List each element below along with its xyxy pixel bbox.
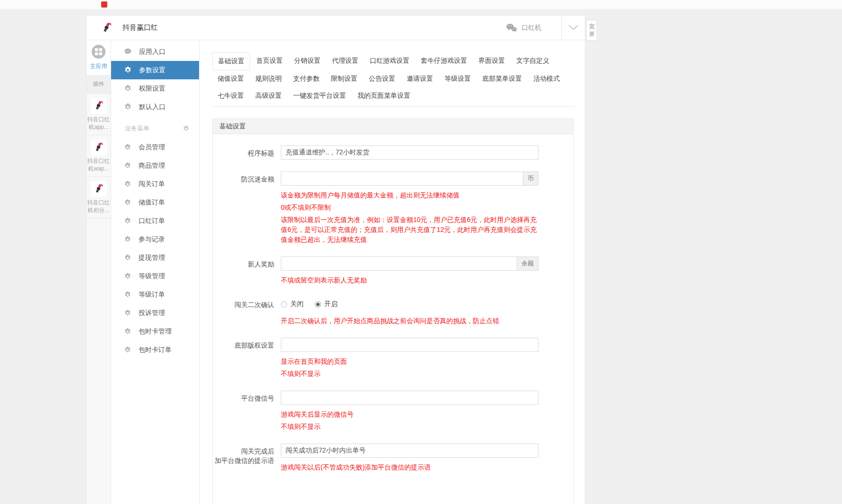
radio-circle-checked-icon[interactable] [315, 301, 321, 308]
footer-copyright-input[interactable] [281, 338, 538, 352]
tab-agent-settings[interactable]: 代理设置 [327, 52, 364, 70]
sidebar-item-product-management[interactable]: 商品管理 [111, 156, 199, 175]
help-text: 开启二次确认后，用户开始点商品挑战之前会询问是否真的挑战，防止点错 [281, 316, 538, 326]
rail-item-plugin-points[interactable]: 抖音口红机积分... [87, 177, 111, 218]
sidebar: 应用入口 参数设置 权限设置 默认入口 业务菜单 会员管理 [111, 40, 200, 504]
radio-off[interactable]: 关闭 [281, 300, 304, 308]
tab-activity-mode[interactable]: 活动模式 [528, 70, 565, 87]
section-settings-gear-icon[interactable] [182, 125, 190, 132]
main-content: 基础设置 首页设置 分销设置 代理设置 口红游戏设置 套牛仔游戏设置 界面设置 … [200, 40, 585, 504]
help-text: 不填则不显示 [281, 369, 538, 379]
lipstick-app-icon [92, 182, 105, 196]
gear-icon [124, 85, 132, 93]
tab-payment-parameters[interactable]: 支付参数 [288, 70, 325, 87]
radio-on[interactable]: 开启 [315, 300, 338, 308]
account-menu[interactable]: 口红机 [506, 16, 561, 40]
tab-announcement-settings[interactable]: 公告设置 [364, 70, 400, 87]
newcomer-reward-input[interactable] [281, 256, 517, 271]
platform-wechat-id-input[interactable] [281, 391, 538, 405]
panel-title: 基础设置 [213, 119, 573, 134]
site-favicon [101, 1, 107, 8]
sidebar-item-timecard-orders[interactable]: 包时卡订单 [111, 341, 199, 359]
sidebar-item-label: 投诉管理 [139, 309, 165, 317]
tab-advanced-settings[interactable]: 高级设置 [250, 87, 287, 104]
sidebar-item-level-orders[interactable]: 等级订单 [111, 285, 199, 304]
rail-item-plugin-app[interactable]: 抖音口红机app... [87, 94, 111, 135]
app-title: 抖音赢口红 [122, 23, 158, 32]
gear-icon [124, 346, 131, 354]
rail-main-app-label: 主应用 [87, 62, 111, 70]
sidebar-item-label: 权限设置 [139, 85, 165, 93]
field-label: 新人奖励 [213, 256, 274, 285]
tab-restriction-settings[interactable]: 限制设置 [326, 70, 363, 87]
widescreen-toggle[interactable]: 宽屏 [586, 20, 597, 41]
sidebar-item-timecard-management[interactable]: 包时卡管理 [111, 322, 199, 341]
field-label: 闯关完成后 加平台微信的提示语 [213, 444, 274, 472]
tab-bottom-menu-settings[interactable]: 底部菜单设置 [477, 70, 527, 87]
sidebar-item-lipstick-orders[interactable]: 口红订单 [111, 212, 199, 230]
balance-addon: 余额 [517, 256, 538, 271]
rail-plugin-section-label: 插件 [87, 76, 111, 94]
account-label: 口红机 [521, 24, 541, 32]
gear-icon [124, 66, 132, 74]
gear-icon [124, 217, 131, 225]
tab-my-page-menu-settings[interactable]: 我的页面菜单设置 [352, 87, 416, 104]
collapse-header-button[interactable] [561, 16, 585, 40]
tab-basic-settings[interactable]: 基础设置 [212, 52, 250, 70]
sidebar-item-permission-settings[interactable]: 权限设置 [111, 79, 199, 98]
sidebar-item-label: 闯关订单 [139, 180, 165, 188]
help-text: 显示在首页和我的页面 [281, 357, 538, 367]
gear-icon [124, 103, 132, 111]
sidebar-item-level-management[interactable]: 等级管理 [111, 267, 199, 285]
field-label-line2: 加平台微信的提示语 [213, 456, 274, 465]
lipstick-app-icon [92, 99, 105, 112]
tab-lipstick-game-settings[interactable]: 口红游戏设置 [365, 52, 415, 70]
sidebar-item-complaint-management[interactable]: 投诉管理 [111, 304, 199, 322]
basic-settings-panel: 基础设置 程序标题 防沉迷金额 [212, 119, 574, 504]
field-label-line1: 闯关完成后 [213, 446, 274, 456]
tab-text-customization[interactable]: 文字自定义 [511, 52, 555, 70]
help-text: 不填则不显示 [281, 422, 538, 432]
sidebar-item-challenge-orders[interactable]: 闯关订单 [111, 175, 199, 193]
sidebar-item-participation-records[interactable]: 参与记录 [111, 230, 199, 248]
tab-cowboy-game-settings[interactable]: 套牛仔游戏设置 [416, 52, 472, 70]
sidebar-item-withdrawal-management[interactable]: 提现管理 [111, 248, 199, 267]
gear-icon [124, 291, 131, 299]
sidebar-item-app-entry[interactable]: 应用入口 [111, 43, 199, 61]
sidebar-item-member-management[interactable]: 会员管理 [111, 138, 199, 156]
gear-icon [124, 254, 131, 262]
tab-stored-value-settings[interactable]: 储值设置 [212, 70, 249, 87]
sidebar-item-recharge-orders[interactable]: 储值订单 [111, 193, 199, 212]
gear-icon [124, 273, 131, 280]
app-logo-lipstick-icon [100, 21, 114, 35]
rail-item-main-app[interactable]: 主应用 [87, 40, 111, 76]
field-after-challenge-wechat-prompt: 闯关完成后 加平台微信的提示语 游戏闯关以后(不管成功失败)添加平台微信的提示语 [213, 444, 573, 472]
plugin-label: 抖音口红机积分... [87, 199, 110, 214]
tab-interface-settings[interactable]: 界面设置 [473, 52, 510, 70]
sidebar-item-parameter-settings[interactable]: 参数设置 [111, 61, 199, 79]
program-title-input[interactable] [281, 145, 538, 160]
field-label: 防沉迷金额 [213, 171, 274, 245]
settings-tabs: 基础设置 首页设置 分销设置 代理设置 口红游戏设置 套牛仔游戏设置 界面设置 … [212, 52, 574, 107]
help-text: 该金额为限制用户每月储值的最大金额，超出则无法继续储值 [281, 190, 538, 200]
tab-rules-description[interactable]: 规则说明 [250, 70, 287, 87]
sidebar-item-default-entry[interactable]: 默认入口 [111, 98, 199, 116]
radio-circle-icon[interactable] [281, 301, 287, 308]
sidebar-item-label: 等级管理 [139, 272, 165, 281]
grid-apps-icon [91, 44, 106, 60]
tab-invitation-settings[interactable]: 邀请设置 [401, 70, 438, 87]
sidebar-item-label: 会员管理 [139, 143, 165, 152]
tab-home-settings[interactable]: 首页设置 [251, 52, 288, 70]
tab-distribution-settings[interactable]: 分销设置 [289, 52, 326, 70]
rail-item-plugin-wap[interactable]: 抖音口红机wap... [87, 135, 111, 177]
gear-icon [124, 236, 131, 243]
plugin-tile [91, 139, 107, 155]
tab-level-settings[interactable]: 等级设置 [439, 70, 476, 87]
tab-qiniu-settings[interactable]: 七牛设置 [212, 87, 249, 104]
anti-addiction-amount-input[interactable] [281, 171, 523, 186]
field-label: 闯关二次确认 [213, 297, 274, 326]
after-challenge-prompt-input[interactable] [281, 444, 538, 458]
tab-one-click-shipping-settings[interactable]: 一键发货平台设置 [288, 87, 351, 104]
sidebar-item-label: 储值订单 [139, 198, 165, 207]
field-program-title: 程序标题 [213, 145, 573, 160]
